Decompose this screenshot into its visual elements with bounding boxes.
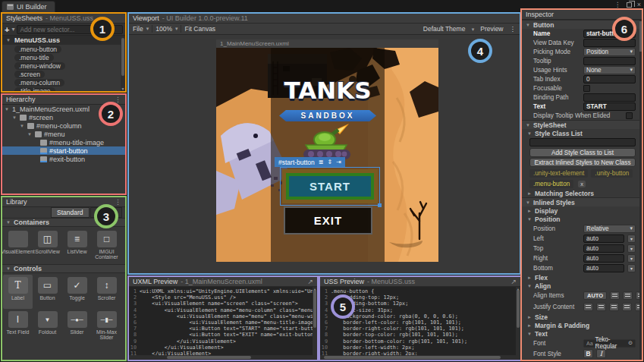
library-item-visualelement[interactable]: VisualElement [3, 228, 33, 263]
class-pill-unity-button[interactable]: .unity-button [591, 169, 633, 178]
file-menu[interactable]: File [133, 25, 143, 33]
font-object-field[interactable]: Aa Teko-Regular ⊙ [583, 339, 636, 348]
library-item-scrollview[interactable]: ◫ ScrollView [33, 228, 62, 263]
selector-row[interactable]: .screen [2, 70, 125, 78]
library-item-foldout[interactable]: ▼ Foldout [33, 309, 62, 343]
scroll-down-icon[interactable]: ▼ [121, 87, 125, 91]
right-input[interactable] [583, 254, 624, 263]
class-pill-menu-button[interactable]: .menu-button [529, 180, 573, 188]
selection-outline[interactable] [280, 167, 380, 206]
library-item-button[interactable]: ▭ Button [33, 275, 62, 309]
scrollbar-thumb[interactable] [121, 38, 124, 76]
flex-section-header[interactable]: ► Flex [522, 273, 639, 282]
selector-row[interactable]: .menu-button [2, 45, 125, 53]
right-unit-dropdown[interactable]: ▾ [627, 254, 636, 263]
selector-row[interactable]: .menu-title [2, 53, 125, 61]
fit-canvas-button[interactable]: Fit Canvas [184, 25, 215, 33]
scrollbar-thumb[interactable] [167, 356, 252, 359]
size-section-header[interactable]: ► Size [522, 313, 639, 321]
library-item-slider[interactable]: ─●─ Slider [62, 309, 92, 343]
library-item-toggle[interactable]: ✓ Toggle [62, 275, 92, 309]
zoom-arrow-icon[interactable]: ▾ [175, 26, 178, 32]
selector-row[interactable]: .title-image [2, 87, 125, 93]
position-dropdown[interactable]: Relative ▾ [583, 225, 636, 233]
caret-icon[interactable]: ▼ [5, 38, 11, 42]
tag-stretch-icon[interactable]: ⇥ [336, 159, 341, 165]
uxml-horizontal-scrollbar[interactable] [129, 355, 317, 360]
canvas-document-label[interactable]: 1_MainMenuScreen.uxml [216, 39, 438, 48]
text-input[interactable] [583, 102, 636, 111]
tag-align-icon[interactable]: ≣ [319, 159, 324, 165]
caret-icon[interactable]: ▼ [11, 115, 17, 120]
window-menu-icon[interactable]: ⋮ [614, 1, 621, 8]
top-unit-dropdown[interactable]: ▾ [627, 244, 636, 253]
display-tooltip-checkbox[interactable] [626, 112, 633, 119]
viewport-menu-icon[interactable]: ⋮ [510, 25, 517, 33]
scrollbar-thumb[interactable] [324, 356, 500, 359]
hierarchy-item-start-button[interactable]: #start-button [2, 146, 125, 155]
hierarchy-item-menu-title-image[interactable]: #menu-title-image [2, 138, 125, 146]
tag-fit-icon[interactable]: ⇕ [327, 159, 332, 165]
align-items-auto-button[interactable]: AUTO [583, 291, 607, 300]
uss-expand-icon[interactable]: ↗ [510, 278, 517, 285]
picking-mode-dropdown[interactable]: Position ▾ [583, 48, 636, 56]
class-pill-unity-text-element[interactable]: .unity-text-element [529, 169, 588, 178]
align-items-center-icon[interactable] [623, 291, 633, 300]
inspector-scrollbar[interactable] [639, 20, 642, 360]
bottom-input[interactable] [583, 264, 624, 272]
caret-icon[interactable]: ▼ [4, 107, 10, 112]
uxml-code[interactable]: 1<ui:UXML xmlns:ui="UnityEngine.UIElemen… [129, 287, 317, 360]
hierarchy-item-exit-button[interactable]: #exit-button [2, 155, 125, 163]
italic-button[interactable]: I [596, 349, 606, 358]
tab-ui-builder[interactable]: UI Builder [2, 1, 55, 12]
uxml-vertical-scrollbar[interactable]: ▲ [313, 287, 317, 355]
stylesheets-scrollbar[interactable]: ▼ [121, 36, 125, 91]
file-menu-arrow-icon[interactable]: ▾ [146, 26, 149, 32]
display-section-header[interactable]: ► Display [522, 206, 639, 215]
usage-hints-dropdown[interactable]: None ▾ [583, 66, 636, 74]
caret-icon[interactable]: ▼ [19, 124, 25, 128]
justify-flex-start-icon[interactable] [583, 303, 593, 311]
bold-button[interactable]: B [583, 349, 593, 358]
left-input[interactable] [583, 235, 624, 243]
add-style-class-button[interactable]: Add Style Class to List [529, 148, 636, 157]
library-item-min-max-slider[interactable]: ─▮─ Min-Max Slider [92, 309, 121, 343]
tab-index-input[interactable] [583, 75, 636, 83]
game-preview[interactable]: TANKS SANDBOX #start-button ≣ [216, 48, 438, 262]
hierarchy-item-menu[interactable]: ▼ #menu [2, 130, 125, 138]
tab-standard[interactable]: Standard [51, 207, 90, 218]
scrollbar-thumb[interactable] [313, 290, 316, 328]
theme-dropdown[interactable]: Default Theme ▾ [423, 25, 475, 33]
library-item-text-field[interactable]: I Text Field [3, 309, 33, 343]
scrollbar-thumb[interactable] [517, 290, 520, 328]
preview-toggle-button[interactable]: Preview [480, 25, 503, 33]
extract-inlined-styles-button[interactable]: Extract Inlined Styles to New Class [529, 158, 636, 167]
bottom-unit-dropdown[interactable]: ▾ [627, 264, 636, 272]
add-selector-dropdown-icon[interactable]: ▾ [11, 26, 14, 33]
justify-flex-end-icon[interactable] [609, 303, 619, 311]
uss-horizontal-scrollbar[interactable] [320, 355, 520, 360]
left-unit-dropdown[interactable]: ▾ [627, 235, 636, 243]
caret-icon[interactable]: ▼ [27, 132, 33, 137]
library-item-scroller[interactable]: ↕ Scroller [92, 275, 121, 309]
library-item-listview[interactable]: ≡ ListView [62, 228, 92, 263]
selection-resize-handle[interactable] [378, 203, 382, 207]
remove-class-icon[interactable]: x [578, 181, 586, 187]
uxml-expand-icon[interactable]: ↗ [307, 278, 313, 285]
style-class-list-header[interactable]: ▼ Style Class List [522, 129, 639, 137]
controls-section-header[interactable]: ▼ Controls [2, 264, 125, 273]
justify-space-between-icon[interactable] [622, 303, 632, 311]
selected-element-tag[interactable]: #start-button ≣ ⇕ ⇥ [275, 157, 345, 167]
style-class-input[interactable] [529, 138, 636, 146]
binding-path-input[interactable] [583, 93, 636, 102]
tooltip-input[interactable] [583, 57, 636, 65]
inlined-styles-section-header[interactable]: ▼ Inlined Styles [522, 197, 639, 206]
matching-selectors-header[interactable]: ► Matching Selectors [522, 189, 639, 197]
add-selector-button[interactable]: + [5, 26, 9, 33]
margin-padding-section-header[interactable]: ► Margin & Padding [522, 321, 639, 329]
top-input[interactable] [583, 244, 624, 253]
window-close-icon[interactable]: × [637, 1, 641, 8]
window-restore-icon[interactable] [627, 2, 632, 8]
exit-button[interactable]: EXIT [284, 206, 372, 235]
focusable-checkbox[interactable] [583, 85, 590, 92]
